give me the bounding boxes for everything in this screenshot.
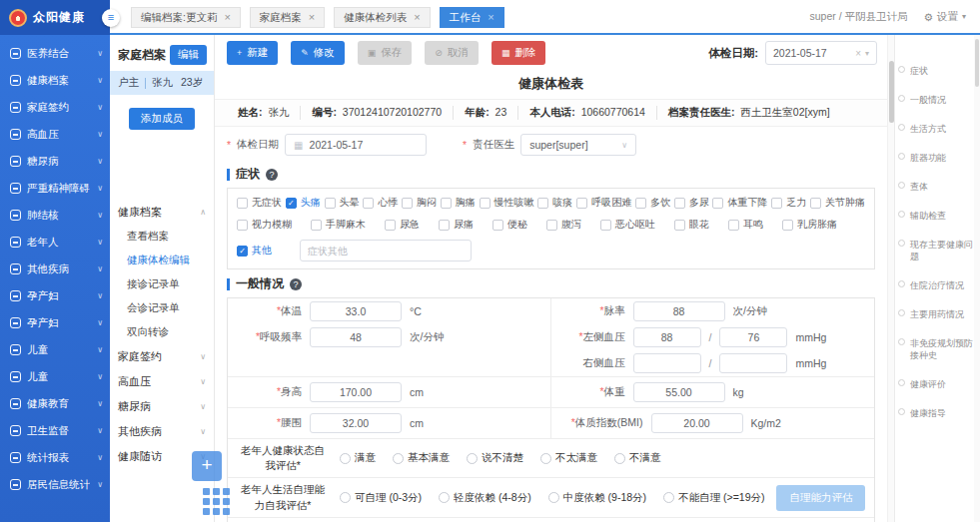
pulse-input[interactable] — [633, 301, 725, 321]
settings-button[interactable]: ⚙ 设置 ▾ — [924, 10, 966, 24]
nav-tab[interactable]: 家庭档案 × — [250, 7, 325, 28]
symptom-checkbox-item[interactable]: ✓ 眼花 — [674, 218, 709, 232]
archive-sub-item[interactable]: 接诊记录单 — [110, 272, 214, 296]
archive-group-header[interactable]: 健康档案 ∧ — [110, 200, 214, 225]
sidebar-item[interactable]: 高血压 ∨ — [0, 121, 110, 148]
symptom-checkbox-item[interactable]: ✓ 头晕 — [325, 196, 360, 210]
anchor-item[interactable]: 非免疫规划预防接种史 — [898, 337, 978, 361]
anchor-item[interactable]: 健康评价 — [898, 378, 978, 390]
floating-add-button[interactable]: + — [192, 451, 222, 481]
radio-option[interactable]: 基本满意 — [393, 451, 450, 465]
symptom-checkbox-item[interactable]: ✓ 胸闷 — [402, 196, 437, 210]
anchor-item[interactable]: 症状 — [898, 65, 978, 77]
bp-left-systolic-input[interactable] — [633, 327, 701, 347]
doctor-select[interactable]: super[super] ∨ — [520, 134, 636, 156]
sidebar-item[interactable]: 居民信息统计 ∨ — [0, 471, 110, 498]
panel-group-item[interactable]: 其他疾病 ∨ — [110, 419, 214, 444]
tab-close-icon[interactable]: × — [414, 12, 420, 23]
symptom-checkbox-item[interactable]: ✓ 无症状 — [237, 196, 282, 210]
sidebar-item[interactable]: 其他疾病 ∨ — [0, 256, 110, 282]
anchor-item[interactable]: 主要用药情况 — [898, 308, 978, 320]
help-icon[interactable]: ? — [266, 169, 278, 181]
sidebar-item[interactable]: 肺结核 ∨ — [0, 202, 110, 229]
symptom-other-checkbox[interactable]: ✓ 其他 — [237, 244, 272, 258]
nav-tab[interactable]: 工作台 × — [440, 7, 504, 28]
symptom-checkbox-item[interactable]: ✓ 视力模糊 — [237, 218, 292, 232]
anchor-item[interactable]: 查体 — [898, 181, 978, 193]
sidebar-item[interactable]: 健康教育 ∨ — [0, 390, 110, 417]
symptom-checkbox-item[interactable]: ✓ 心悸 — [363, 196, 398, 210]
radio-option[interactable]: 不满意 — [614, 451, 661, 465]
sidebar-item[interactable]: 儿童 ∨ — [0, 336, 110, 363]
tab-close-icon[interactable]: × — [488, 12, 493, 23]
tab-close-icon[interactable]: × — [224, 12, 230, 23]
symptom-checkbox-item[interactable]: ✓ 关节肿痛 — [810, 196, 865, 210]
anchor-item[interactable]: 辅助检查 — [898, 210, 978, 222]
archive-sub-item[interactable]: 查看档案 — [110, 225, 214, 249]
sidebar-item[interactable]: 医养结合 ∨ — [0, 40, 110, 67]
sidebar-item[interactable]: 儿童 ∨ — [0, 363, 110, 390]
sidebar-item[interactable]: 孕产妇 ∨ — [0, 282, 110, 309]
symptom-checkbox-item[interactable]: ✓ 慢性咳嗽 — [480, 196, 534, 210]
anchor-item[interactable]: 现存主要健康问题 — [898, 239, 978, 262]
panel-group-item[interactable]: 高血压 ∨ — [110, 369, 214, 394]
anchor-item[interactable]: 脏器功能 — [898, 152, 978, 164]
symptom-checkbox-item[interactable]: ✓ 呼吸困难 — [576, 196, 631, 210]
anchor-item[interactable]: 住院治疗情况 — [898, 279, 978, 291]
symptom-checkbox-item[interactable]: ✓ 胸痛 — [441, 196, 476, 210]
save-button[interactable]: ▣ 保存 — [358, 41, 413, 65]
waist-input[interactable] — [310, 413, 402, 433]
weight-input[interactable] — [633, 382, 725, 402]
radio-option[interactable]: 可自理 (0-3分) — [340, 491, 422, 505]
symptom-checkbox-item[interactable]: ✓ 尿急 — [385, 218, 420, 232]
clear-icon[interactable]: × — [855, 48, 861, 59]
bp-right-diastolic-input[interactable] — [719, 353, 787, 373]
bp-left-diastolic-input[interactable] — [719, 327, 787, 347]
cancel-button[interactable]: ⊘ 取消 — [425, 41, 479, 65]
right-scrollbar-thumb[interactable] — [975, 39, 979, 87]
tab-close-icon[interactable]: × — [309, 12, 315, 23]
nav-tab[interactable]: 编辑档案:更文莉 × — [131, 7, 241, 28]
sidebar-item[interactable]: 家庭签约 ∨ — [0, 94, 110, 121]
symptom-checkbox-item[interactable]: ✓ 乳房胀痛 — [782, 218, 837, 232]
symptom-checkbox-item[interactable]: ✓ 便秘 — [492, 218, 527, 232]
symptom-checkbox-item[interactable]: ✓ 体重下降 — [712, 196, 767, 210]
sidebar-item[interactable]: 统计报表 ∨ — [0, 444, 110, 471]
sidebar-collapse-button[interactable]: ≡ — [102, 9, 120, 27]
symptom-checkbox-item[interactable]: ✓ 恶心呕吐 — [600, 218, 655, 232]
radio-option[interactable]: 中度依赖 (9-18分) — [548, 491, 646, 505]
archive-sub-item[interactable]: 健康体检编辑 — [110, 249, 214, 272]
radio-option[interactable]: 满意 — [340, 451, 376, 465]
symptom-checkbox-item[interactable]: ✓ 乏力 — [771, 196, 806, 210]
archive-sub-item[interactable]: 会诊记录单 — [110, 296, 214, 320]
exam-date-input[interactable]: ▦ 2021-05-17 — [285, 134, 427, 156]
symptom-checkbox-item[interactable]: ✓ 多饮 — [635, 196, 670, 210]
archive-sub-item[interactable]: 双向转诊 — [110, 320, 214, 344]
respiration-input[interactable] — [310, 327, 402, 347]
bmi-input[interactable] — [651, 413, 743, 433]
temperature-input[interactable] — [310, 301, 402, 321]
edit-button[interactable]: ✎ 修改 — [291, 41, 345, 65]
symptom-checkbox-item[interactable]: ✓ 咳痰 — [537, 196, 572, 210]
panel-group-item[interactable]: 糖尿病 ∨ — [110, 394, 214, 419]
symptom-checkbox-item[interactable]: ✓ 头痛 — [286, 196, 321, 210]
bp-right-systolic-input[interactable] — [633, 353, 701, 373]
sidebar-item[interactable]: 孕产妇 ∨ — [0, 309, 110, 336]
sidebar-item[interactable]: 健康档案 ∨ — [0, 67, 110, 94]
exam-date-filter-select[interactable]: 2021-05-17 × ▾ — [765, 41, 877, 65]
family-member-row[interactable]: 户主 张九 23岁 — [110, 71, 214, 95]
help-icon[interactable]: ? — [290, 278, 302, 290]
symptom-other-input[interactable] — [300, 240, 472, 261]
sidebar-item[interactable]: 卫生监督 ∨ — [0, 417, 110, 444]
radio-option[interactable]: 说不清楚 — [467, 451, 523, 465]
self-care-assess-button[interactable]: 自理能力评估 — [776, 485, 865, 511]
symptom-checkbox-item[interactable]: ✓ 尿痛 — [439, 218, 474, 232]
anchor-item[interactable]: 生活方式 — [898, 123, 978, 135]
symptom-checkbox-item[interactable]: ✓ 多尿 — [674, 196, 709, 210]
edit-family-button[interactable]: 编辑 — [170, 45, 207, 65]
anchor-item[interactable]: 健康指导 — [898, 407, 978, 419]
symptom-checkbox-item[interactable]: ✓ 手脚麻木 — [311, 218, 366, 232]
nav-tab[interactable]: 健康体检列表 × — [334, 7, 430, 28]
radio-option[interactable]: 不能自理 (>=19分) — [663, 491, 764, 505]
sidebar-item[interactable]: 严重精神障碍 ∨ — [0, 175, 110, 202]
